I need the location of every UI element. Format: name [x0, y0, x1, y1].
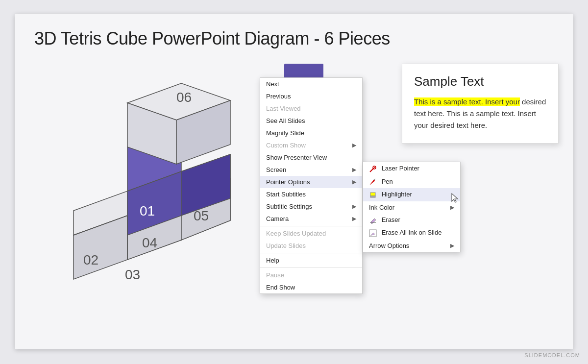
menu-item-custom-show: Custom Show▶: [260, 139, 362, 151]
cube-svg: 02 04 03: [34, 64, 245, 299]
svg-text:03: 03: [125, 267, 140, 282]
menu-item-previous[interactable]: Previous: [260, 90, 362, 102]
svg-text:02: 02: [83, 252, 98, 267]
svg-line-25: [374, 179, 375, 180]
menu-item-pointer-options[interactable]: Pointer Options▶: [260, 176, 362, 188]
pointer-options-submenu: Laser Pointer Pen: [363, 162, 461, 252]
watermark: SLIDEMODEL.COM: [524, 352, 580, 358]
sample-panel-body: This is a sample text. Insert your desir…: [414, 96, 546, 131]
menu-item-see-all-slides[interactable]: See All Slides: [260, 115, 362, 127]
menu-item-start-subtitles[interactable]: Start Subtitles: [260, 188, 362, 200]
submenu-item-highlighter[interactable]: Highlighter: [363, 188, 460, 201]
svg-point-24: [374, 167, 375, 168]
submenu-item-arrow-options[interactable]: Arrow Options ▶: [363, 240, 460, 252]
slide-container: 3D Tetris Cube PowerPoint Diagram - 6 Pi…: [15, 14, 573, 349]
sample-panel-title: Sample Text: [414, 74, 546, 89]
menu-item-magnify-slide[interactable]: Magnify Slide: [260, 127, 362, 139]
svg-text:06: 06: [176, 90, 192, 105]
menu-item-end-show[interactable]: End Show: [260, 281, 362, 293]
menus-area: Next Previous Last Viewed See All Slides…: [260, 64, 554, 299]
menu-item-camera[interactable]: Camera▶: [260, 213, 362, 225]
svg-rect-26: [370, 193, 375, 196]
svg-text:04: 04: [142, 235, 157, 250]
cube-piece-06: 06: [127, 83, 230, 164]
highlighter-icon: [369, 191, 377, 199]
menu-item-show-presenter-view[interactable]: Show Presenter View: [260, 151, 362, 164]
eraser-icon: [369, 216, 377, 224]
sample-text-panel: Sample Text This is a sample text. Inser…: [402, 64, 559, 144]
svg-text:01: 01: [140, 203, 155, 218]
pen-icon: [369, 178, 377, 186]
erase-all-icon: [369, 229, 377, 237]
sample-highlighted-text: This is a sample text. Insert your: [414, 97, 520, 106]
menu-item-update-slides: Update Slides: [260, 240, 362, 252]
cursor-indicator: [451, 193, 460, 203]
svg-rect-27: [370, 196, 375, 197]
laser-pointer-icon: [369, 165, 377, 173]
svg-marker-30: [452, 194, 458, 202]
menu-item-pause: Pause: [260, 269, 362, 281]
menu-divider-1: [260, 226, 362, 226]
submenu-item-ink-color[interactable]: Ink Color ▶: [363, 201, 460, 214]
submenu-item-laser-pointer[interactable]: Laser Pointer: [363, 162, 460, 175]
slide-content: 02 04 03: [34, 64, 554, 299]
submenu-item-eraser[interactable]: Eraser: [363, 214, 460, 227]
menu-item-help[interactable]: Help: [260, 254, 362, 267]
context-menu: Next Previous Last Viewed See All Slides…: [260, 77, 363, 294]
cube-area: 02 04 03: [34, 64, 245, 299]
menu-divider-3: [260, 267, 362, 268]
menu-item-next[interactable]: Next: [260, 78, 362, 90]
submenu-item-pen[interactable]: Pen: [363, 175, 460, 189]
menu-item-subtitle-settings[interactable]: Subtitle Settings▶: [260, 200, 362, 213]
menu-divider-2: [260, 253, 362, 253]
menu-item-last-viewed: Last Viewed: [260, 102, 362, 115]
menu-item-screen[interactable]: Screen▶: [260, 164, 362, 176]
submenu-item-erase-all-ink[interactable]: Erase All Ink on Slide: [363, 226, 460, 240]
menu-item-keep-slides-updated: Keep Slides Updated: [260, 227, 362, 240]
purple-tab: [284, 64, 323, 77]
slide-title: 3D Tetris Cube PowerPoint Diagram - 6 Pi…: [34, 28, 554, 49]
